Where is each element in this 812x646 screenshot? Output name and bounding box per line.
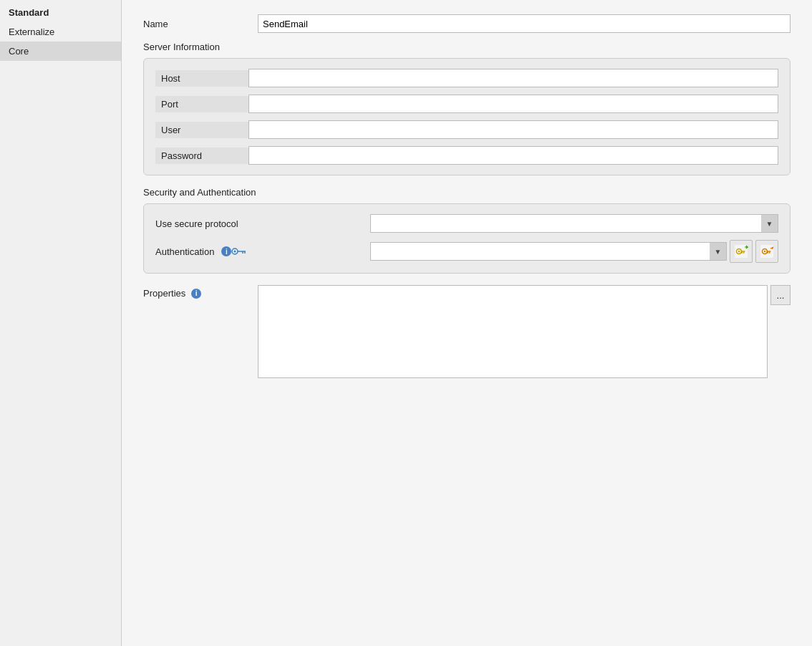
sidebar-section-standard: Standard: [0, 0, 121, 22]
svg-rect-10: [742, 252, 743, 254]
secure-protocol-select[interactable]: SSL TLS: [370, 214, 778, 233]
security-title: Security and Authentication: [143, 187, 791, 198]
user-label: User: [155, 122, 248, 138]
svg-rect-14: [767, 251, 771, 252]
name-label: Name: [143, 19, 258, 29]
name-row: Name: [143, 14, 791, 33]
svg-point-13: [764, 251, 765, 252]
authentication-info-icon[interactable]: i: [221, 246, 231, 256]
server-information-title: Server Information: [143, 42, 791, 52]
password-label: Password: [155, 148, 248, 164]
authentication-select[interactable]: Basic OAuth: [370, 242, 727, 261]
user-row: User: [155, 120, 778, 139]
sidebar-item-externalize[interactable]: Externalize: [0, 22, 121, 42]
host-input[interactable]: [248, 69, 778, 87]
auth-action-btn-2[interactable]: [755, 240, 778, 263]
secure-protocol-select-wrapper: SSL TLS ▼: [370, 214, 778, 233]
ellipsis-icon: ...: [777, 290, 785, 301]
sidebar-item-core[interactable]: Core: [0, 42, 121, 61]
password-input[interactable]: [248, 146, 778, 165]
host-label: Host: [155, 70, 248, 87]
authentication-row: Authentication i: [155, 240, 778, 263]
server-information-box: Host Port User Password: [143, 58, 791, 175]
svg-rect-9: [743, 252, 745, 254]
port-row: Port: [155, 95, 778, 113]
authentication-select-wrapper: Basic OAuth ▼: [370, 242, 727, 261]
user-input[interactable]: [248, 120, 778, 139]
properties-textarea[interactable]: [258, 285, 768, 378]
svg-rect-16: [768, 252, 769, 254]
host-row: Host: [155, 69, 778, 87]
security-box: Use secure protocol SSL TLS ▼ Authentica: [143, 203, 791, 274]
port-label: Port: [155, 96, 248, 112]
secure-protocol-row: Use secure protocol SSL TLS ▼: [155, 214, 778, 233]
auth-action-btn-1[interactable]: [730, 240, 753, 263]
port-input[interactable]: [248, 95, 778, 113]
svg-point-1: [234, 251, 236, 253]
auth-dropdown-arrow-icon: ▼: [715, 248, 722, 256]
svg-rect-8: [741, 251, 745, 252]
authentication-label-area: Authentication i: [155, 246, 370, 257]
secure-protocol-label-area: Use secure protocol: [155, 218, 370, 229]
properties-row: Properties i ...: [143, 285, 791, 378]
password-row: Password: [155, 146, 778, 165]
dropdown-arrow-icon: ▼: [766, 220, 773, 228]
main-content: Name Server Information Host Port User: [122, 0, 812, 646]
authentication-label: Authentication: [155, 246, 214, 257]
secure-protocol-label: Use secure protocol: [155, 218, 238, 229]
svg-point-7: [738, 251, 740, 252]
authentication-dropdown-btn[interactable]: ▼: [710, 242, 727, 261]
name-input[interactable]: [258, 14, 791, 33]
properties-ellipsis-btn[interactable]: ...: [770, 285, 791, 305]
key-link-icon: [231, 247, 247, 256]
properties-label: Properties i: [143, 285, 258, 299]
secure-protocol-dropdown-btn[interactable]: ▼: [761, 214, 778, 233]
sidebar: Standard Externalize Core: [0, 0, 122, 646]
properties-info-icon[interactable]: i: [191, 289, 201, 299]
svg-rect-15: [769, 252, 770, 254]
